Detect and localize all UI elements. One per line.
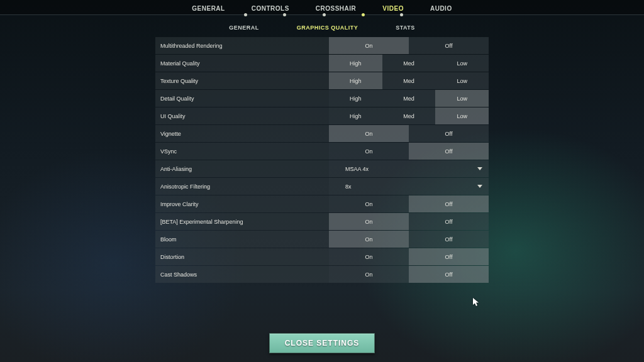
setting-row-vsync: VSyncOnOff (155, 143, 489, 160)
option-med[interactable]: Med (382, 90, 436, 107)
chevron-down-icon (477, 185, 482, 188)
subnav-item-stats[interactable]: STATS (396, 25, 415, 31)
dropdown-af[interactable]: 8x (329, 178, 489, 195)
option-med[interactable]: Med (382, 55, 436, 72)
topnav-item-video[interactable]: VIDEO (382, 4, 404, 13)
topnav-item-controls[interactable]: CONTROLS (252, 4, 289, 13)
setting-controls: HighMedLow (329, 72, 489, 89)
setting-row-vignette: VignetteOnOff (155, 125, 489, 142)
option-on[interactable]: On (329, 125, 409, 142)
setting-row-bloom: BloomOnOff (155, 231, 489, 248)
option-med[interactable]: Med (382, 107, 436, 124)
setting-row-clarity: Improve ClarityOnOff (155, 195, 489, 212)
setting-controls: 8x (329, 178, 489, 195)
option-low[interactable]: Low (435, 72, 489, 89)
option-off[interactable]: Off (409, 37, 489, 54)
close-settings-button[interactable]: CLOSE SETTINGS (269, 333, 375, 353)
option-on[interactable]: On (329, 37, 409, 54)
nav-dot (400, 13, 403, 16)
setting-row-sharpen: [BETA] Experimental SharpeningOnOff (155, 213, 489, 230)
setting-controls: OnOff (329, 248, 489, 265)
setting-label: Distortion (155, 248, 329, 265)
setting-controls: HighMedLow (329, 107, 489, 124)
setting-label: Vignette (155, 125, 329, 142)
option-high[interactable]: High (329, 90, 382, 107)
setting-controls: HighMedLow (329, 55, 489, 72)
option-on[interactable]: On (329, 231, 409, 248)
subnav-item-graphics-quality[interactable]: GRAPHICS QUALITY (297, 25, 358, 31)
setting-controls: OnOff (329, 213, 489, 230)
topnav-item-general[interactable]: GENERAL (192, 4, 225, 13)
setting-label: Multithreaded Rendering (155, 37, 329, 54)
setting-row-material: Material QualityHighMedLow (155, 55, 489, 72)
close-settings-wrap: CLOSE SETTINGS (0, 333, 644, 353)
option-high[interactable]: High (329, 55, 382, 72)
setting-label: Improve Clarity (155, 195, 329, 212)
dropdown-value: MSAA 4x (345, 166, 369, 172)
setting-row-detail: Detail QualityHighMedLow (155, 90, 489, 107)
setting-row-shadows: Cast ShadowsOnOff (155, 266, 489, 283)
option-off[interactable]: Off (409, 213, 489, 230)
sub-nav: GENERALGRAPHICS QUALITYSTATS (0, 17, 644, 35)
nav-divider (0, 14, 644, 15)
setting-controls: OnOff (329, 143, 489, 160)
option-on[interactable]: On (329, 143, 409, 160)
option-off[interactable]: Off (409, 231, 489, 248)
topnav-item-crosshair[interactable]: CROSSHAIR (316, 4, 357, 13)
option-on[interactable]: On (329, 213, 409, 230)
setting-controls: OnOff (329, 125, 489, 142)
setting-controls: MSAA 4x (329, 160, 489, 177)
option-off[interactable]: Off (409, 125, 489, 142)
option-high[interactable]: High (329, 107, 382, 124)
mouse-cursor-icon (473, 298, 479, 307)
nav-dot (283, 13, 286, 16)
option-on[interactable]: On (329, 195, 409, 212)
setting-label: Anti-Aliasing (155, 160, 329, 177)
option-low[interactable]: Low (435, 107, 489, 124)
chevron-down-icon (477, 167, 482, 170)
nav-dot (244, 13, 247, 16)
setting-label: Material Quality (155, 55, 329, 72)
setting-row-af: Anisotropic Filtering8x (155, 178, 489, 195)
setting-row-aa: Anti-AliasingMSAA 4x (155, 160, 489, 177)
setting-label: Texture Quality (155, 72, 329, 89)
setting-label: Bloom (155, 231, 329, 248)
nav-dot (362, 13, 365, 16)
dropdown-aa[interactable]: MSAA 4x (329, 160, 489, 177)
option-low[interactable]: Low (435, 55, 489, 72)
setting-row-texture: Texture QualityHighMedLow (155, 72, 489, 89)
setting-controls: OnOff (329, 37, 489, 54)
setting-controls: OnOff (329, 266, 489, 283)
setting-controls: OnOff (329, 195, 489, 212)
option-off[interactable]: Off (409, 266, 489, 283)
option-off[interactable]: Off (409, 248, 489, 265)
subnav-item-general[interactable]: GENERAL (229, 25, 259, 31)
setting-label: Cast Shadows (155, 266, 329, 283)
setting-row-distortion: DistortionOnOff (155, 248, 489, 265)
setting-label: Anisotropic Filtering (155, 178, 329, 195)
topnav-item-audio[interactable]: AUDIO (430, 4, 452, 13)
top-nav: GENERALCONTROLSCROSSHAIRVIDEOAUDIO (0, 0, 644, 14)
setting-label: UI Quality (155, 107, 329, 124)
settings-panel: Multithreaded RenderingOnOffMaterial Qua… (155, 37, 489, 283)
setting-label: VSync (155, 143, 329, 160)
dropdown-value: 8x (345, 184, 352, 190)
setting-label: Detail Quality (155, 90, 329, 107)
setting-row-multithreaded: Multithreaded RenderingOnOff (155, 37, 489, 54)
setting-controls: HighMedLow (329, 90, 489, 107)
setting-row-ui: UI QualityHighMedLow (155, 107, 489, 124)
option-on[interactable]: On (329, 248, 409, 265)
setting-controls: OnOff (329, 231, 489, 248)
option-med[interactable]: Med (382, 72, 436, 89)
nav-dot (323, 13, 326, 16)
option-off[interactable]: Off (409, 195, 489, 212)
option-off[interactable]: Off (409, 143, 489, 160)
option-high[interactable]: High (329, 72, 382, 89)
option-low[interactable]: Low (435, 90, 489, 107)
setting-label: [BETA] Experimental Sharpening (155, 213, 329, 230)
option-on[interactable]: On (329, 266, 409, 283)
